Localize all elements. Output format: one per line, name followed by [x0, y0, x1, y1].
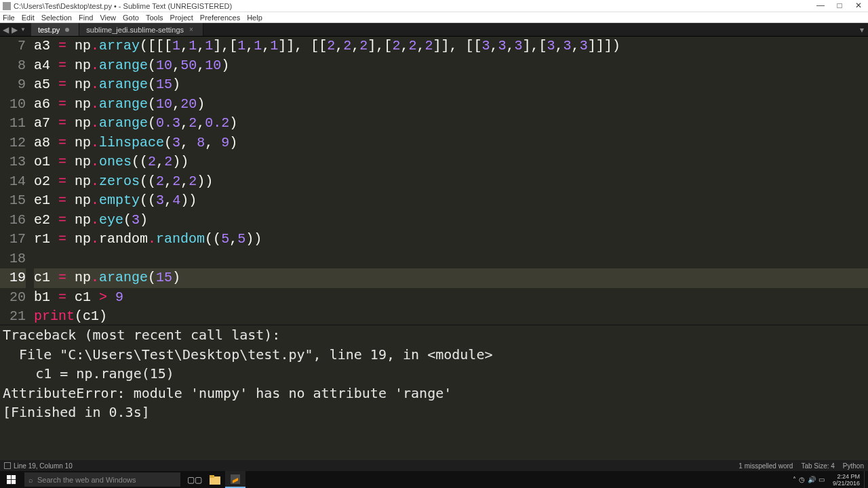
maximize-button[interactable]: □	[830, 0, 849, 12]
dirty-dot-icon	[65, 28, 69, 32]
menu-find[interactable]: Find	[79, 14, 93, 22]
sublime-task-icon[interactable]	[225, 471, 245, 488]
code-area[interactable]: a3 = np.array([[[1,1,1],[1,1,1]], [[2,2,…	[31, 37, 868, 325]
code-line[interactable]: b1 = c1 > 9	[34, 288, 868, 308]
show-desktop-button[interactable]	[864, 471, 868, 488]
tabs-overflow-icon[interactable]: ▾	[856, 23, 868, 36]
minimize-button[interactable]: —	[811, 0, 830, 12]
system-tray[interactable]: ˄ ◷ 🔊 ▭	[786, 476, 829, 483]
tray-network-icon[interactable]: ◷	[799, 476, 805, 483]
code-line[interactable]: o1 = np.ones((2,2))	[34, 152, 868, 172]
status-position: Line 19, Column 10	[14, 462, 73, 470]
tab-sublime-jedi-sublime-settings[interactable]: sublime_jedi.sublime-settings×	[79, 23, 203, 36]
code-line[interactable]: a7 = np.arange(0.3,2,0.2)	[34, 114, 868, 134]
code-line[interactable]: a8 = np.linspace(3, 8, 9)	[34, 134, 868, 153]
app-icon	[3, 2, 11, 10]
line-number: 21	[0, 307, 26, 325]
code-line[interactable]: a5 = np.arange(15)	[34, 75, 868, 95]
code-line[interactable]: r1 = np.random.random((5,5))	[34, 230, 868, 249]
tray-chevron-icon[interactable]: ˄	[793, 476, 796, 483]
code-line[interactable]: a4 = np.arange(10,50,10)	[34, 56, 868, 76]
status-language[interactable]: Python	[843, 462, 864, 470]
line-number: 13	[0, 152, 26, 172]
taskbar: ⌕ Search the web and Windows ▢▢ ˄ ◷ 🔊 ▭ …	[0, 471, 868, 488]
file-explorer-icon[interactable]	[205, 471, 225, 488]
menu-edit[interactable]: Edit	[22, 14, 35, 22]
start-button[interactable]	[0, 471, 23, 488]
code-line[interactable]: a6 = np.arange(10,20)	[34, 95, 868, 115]
nav-forward-icon[interactable]: ▶	[12, 25, 18, 35]
line-number: 8	[0, 56, 26, 76]
nav-back-icon[interactable]: ◀	[3, 25, 9, 35]
window-title: C:\Users\Test\Desktop\test.py • - Sublim…	[14, 2, 232, 10]
line-number: 15	[0, 191, 26, 211]
taskbar-clock[interactable]: 2:24 PM 9/21/2016	[829, 473, 864, 487]
nav-dropdown-icon[interactable]: ▼	[20, 26, 26, 33]
line-number: 14	[0, 172, 26, 192]
svg-rect-5	[210, 475, 214, 478]
line-number: 20	[0, 288, 26, 308]
menu-preferences[interactable]: Preferences	[200, 14, 240, 22]
line-number: 19	[0, 268, 26, 288]
statusbar: Line 19, Column 10 1 misspelled word Tab…	[0, 460, 868, 471]
clock-time: 2:24 PM	[833, 473, 860, 480]
line-number: 7	[0, 37, 26, 56]
code-line[interactable]: o2 = np.zeros((2,2,2))	[34, 172, 868, 192]
window-titlebar: C:\Users\Test\Desktop\test.py • - Sublim…	[0, 0, 868, 12]
search-placeholder: Search the web and Windows	[37, 476, 136, 484]
line-number: 16	[0, 211, 26, 230]
status-tabsize[interactable]: Tab Size: 4	[801, 462, 834, 470]
line-number: 10	[0, 95, 26, 115]
search-icon: ⌕	[28, 476, 33, 484]
menu-tools[interactable]: Tools	[146, 14, 163, 22]
menu-file[interactable]: File	[3, 14, 15, 22]
tab-test-py[interactable]: test.py	[31, 23, 79, 36]
menu-help[interactable]: Help	[247, 14, 262, 22]
tray-notifications-icon[interactable]: ▭	[818, 476, 825, 483]
tab-label: sublime_jedi.sublime-settings	[86, 26, 184, 34]
status-spell[interactable]: 1 misspelled word	[738, 462, 793, 470]
panel-switch-icon[interactable]	[4, 462, 11, 469]
menubar[interactable]: FileEditSelectionFindViewGotoToolsProjec…	[0, 12, 868, 23]
tab-label: test.py	[38, 26, 60, 34]
line-number: 12	[0, 134, 26, 153]
build-output[interactable]: Traceback (most recent call last): File …	[0, 325, 868, 460]
code-line[interactable]: print(c1)	[34, 307, 868, 325]
code-line[interactable]: e1 = np.empty((3,4))	[34, 191, 868, 211]
clock-date: 9/21/2016	[833, 480, 860, 487]
line-number: 18	[0, 249, 26, 269]
line-number: 17	[0, 230, 26, 249]
nav-arrows[interactable]: ◀ ▶ ▼	[0, 23, 31, 36]
line-number: 11	[0, 114, 26, 134]
menu-selection[interactable]: Selection	[41, 14, 72, 22]
svg-rect-0	[7, 475, 11, 479]
editor[interactable]: 789101112131415161718192021 a3 = np.arra…	[0, 37, 868, 325]
tray-volume-icon[interactable]: 🔊	[808, 476, 816, 483]
svg-rect-2	[7, 480, 11, 484]
code-line[interactable]: e2 = np.eye(3)	[34, 211, 868, 230]
line-gutter: 789101112131415161718192021	[0, 37, 31, 325]
taskbar-search[interactable]: ⌕ Search the web and Windows	[24, 472, 180, 487]
code-line[interactable]: a3 = np.array([[[1,1,1],[1,1,1]], [[2,2,…	[34, 37, 868, 56]
tab-row: ◀ ▶ ▼ test.pysublime_jedi.sublime-settin…	[0, 23, 868, 37]
task-view-icon[interactable]: ▢▢	[184, 471, 205, 488]
close-button[interactable]: ✕	[849, 0, 868, 12]
close-tab-icon[interactable]: ×	[189, 26, 193, 33]
menu-view[interactable]: View	[100, 14, 116, 22]
svg-rect-1	[12, 475, 16, 479]
line-number: 9	[0, 75, 26, 95]
svg-rect-3	[12, 480, 16, 484]
menu-project[interactable]: Project	[170, 14, 193, 22]
code-line[interactable]	[34, 249, 868, 269]
code-line[interactable]: c1 = np.arange(15)	[34, 268, 868, 288]
menu-goto[interactable]: Goto	[123, 14, 139, 22]
windows-icon	[7, 475, 16, 485]
